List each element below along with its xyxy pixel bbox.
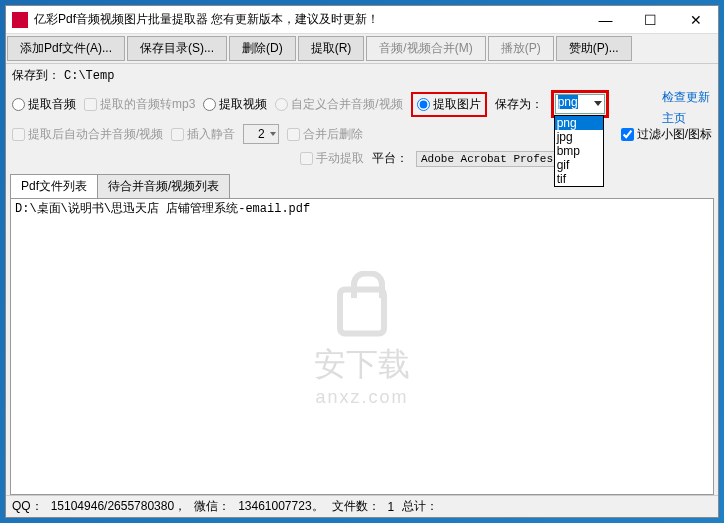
save-to-row: 保存到： C:\Temp: [6, 64, 718, 87]
extract-button[interactable]: 提取(R): [298, 36, 365, 61]
silence-spinner[interactable]: 2: [243, 124, 279, 144]
format-option-tif[interactable]: tif: [555, 172, 603, 186]
format-dropdown-highlight: png png jpg bmp gif tif: [551, 90, 609, 118]
add-pdf-button[interactable]: 添加Pdf文件(A)...: [7, 36, 125, 61]
platform-row: 手动提取 平台： Adobe Acrobat Professio: [6, 147, 718, 170]
watermark: 安下载 anxz.com: [314, 286, 410, 407]
statusbar: QQ： 15104946/2655780380， 微信： 13461007723…: [6, 495, 718, 517]
app-icon: [12, 12, 28, 28]
file-list[interactable]: D:\桌面\说明书\思迅天店 店铺管理系统-email.pdf 安下载 anxz…: [10, 198, 714, 495]
status-qq: 15104946/2655780380，: [51, 498, 186, 515]
format-option-jpg[interactable]: jpg: [555, 130, 603, 144]
audio-to-mp3-check[interactable]: 提取的音频转mp3: [84, 96, 195, 113]
save-dir-button[interactable]: 保存目录(S)...: [127, 36, 227, 61]
titlebar[interactable]: 亿彩Pdf音频视频图片批量提取器 您有更新版本，建议及时更新！ — ☐ ✕: [6, 6, 718, 34]
platform-label: 平台：: [372, 150, 408, 167]
filter-small-check[interactable]: 过滤小图/图标: [621, 126, 712, 143]
tab-merge-list[interactable]: 待合并音频/视频列表: [97, 174, 230, 198]
list-item[interactable]: D:\桌面\说明书\思迅天店 店铺管理系统-email.pdf: [11, 199, 713, 218]
extract-image-highlight: 提取图片: [411, 92, 487, 117]
extract-audio-radio[interactable]: 提取音频: [12, 96, 76, 113]
status-total-label: 总计：: [402, 498, 438, 515]
delete-after-merge-check[interactable]: 合并后删除: [287, 126, 363, 143]
status-filecount: 1: [388, 500, 395, 514]
check-update-link[interactable]: 检查更新: [662, 89, 710, 106]
format-dropdown-list: png jpg bmp gif tif: [554, 115, 604, 187]
save-to-label: 保存到：: [12, 67, 60, 84]
play-button[interactable]: 播放(P): [488, 36, 554, 61]
auto-merge-check[interactable]: 提取后自动合并音频/视频: [12, 126, 163, 143]
status-wechat: 13461007723。: [238, 498, 323, 515]
insert-silence-check[interactable]: 插入静音: [171, 126, 235, 143]
delete-button[interactable]: 删除(D): [229, 36, 296, 61]
minimize-button[interactable]: —: [583, 6, 628, 34]
extract-image-radio[interactable]: 提取图片: [417, 96, 481, 113]
toolbar: 添加Pdf文件(A)... 保存目录(S)... 删除(D) 提取(R) 音频/…: [6, 34, 718, 64]
maximize-button[interactable]: ☐: [628, 6, 673, 34]
extract-options-row: 提取音频 提取的音频转mp3 提取视频 自定义合并音频/视频 提取图片 保存为：…: [6, 87, 718, 121]
main-window: 亿彩Pdf音频视频图片批量提取器 您有更新版本，建议及时更新！ — ☐ ✕ 添加…: [5, 5, 719, 518]
extract-video-radio[interactable]: 提取视频: [203, 96, 267, 113]
format-option-bmp[interactable]: bmp: [555, 144, 603, 158]
close-button[interactable]: ✕: [673, 6, 718, 34]
format-option-gif[interactable]: gif: [555, 158, 603, 172]
extra-options-row: 提取后自动合并音频/视频 插入静音 2 合并后删除 过滤小图/图标: [6, 121, 718, 147]
manual-extract-check[interactable]: 手动提取: [300, 150, 364, 167]
format-combo[interactable]: png: [555, 94, 605, 114]
tab-pdf-list[interactable]: Pdf文件列表: [10, 174, 98, 198]
custom-merge-radio[interactable]: 自定义合并音频/视频: [275, 96, 402, 113]
save-to-path: C:\Temp: [64, 69, 114, 83]
merge-av-button[interactable]: 音频/视频合并(M): [366, 36, 485, 61]
window-title: 亿彩Pdf音频视频图片批量提取器 您有更新版本，建议及时更新！: [34, 11, 583, 28]
status-wechat-label: 微信：: [194, 498, 230, 515]
tabs: Pdf文件列表 待合并音频/视频列表: [6, 174, 718, 198]
homepage-link[interactable]: 主页: [662, 110, 710, 127]
sponsor-button[interactable]: 赞助(P)...: [556, 36, 632, 61]
status-qq-label: QQ：: [12, 498, 43, 515]
save-as-label: 保存为：: [495, 96, 543, 113]
status-filecount-label: 文件数：: [332, 498, 380, 515]
format-option-png[interactable]: png: [555, 116, 603, 130]
lock-icon: [337, 286, 387, 336]
